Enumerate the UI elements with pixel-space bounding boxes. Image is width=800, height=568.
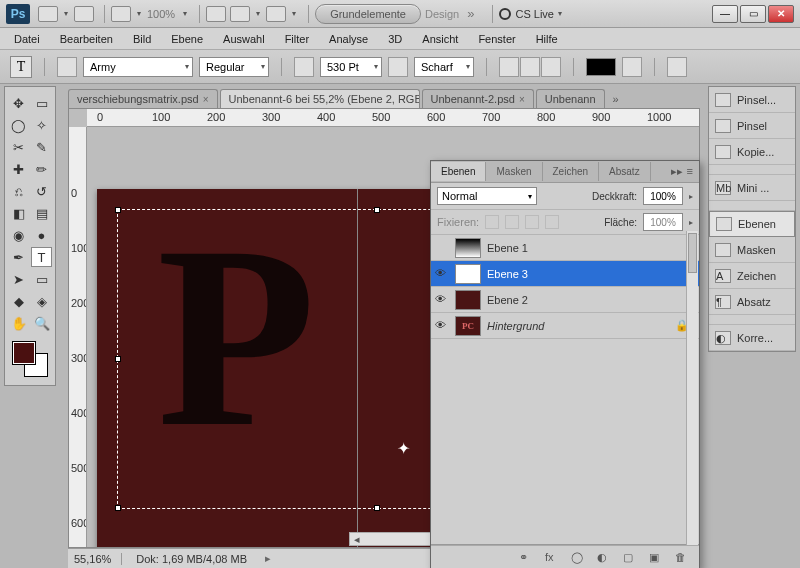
layer-row[interactable]: 👁 T Ebene 3 bbox=[431, 261, 699, 287]
layer-thumb[interactable]: T bbox=[455, 264, 481, 284]
fill-slider-icon[interactable]: ▸ bbox=[689, 218, 693, 227]
opacity-slider-icon[interactable]: ▸ bbox=[689, 192, 693, 201]
layer-row[interactable]: 👁 Ebene 2 bbox=[431, 287, 699, 313]
lasso-tool[interactable]: ◯ bbox=[8, 115, 29, 135]
font-size-input[interactable]: 530 Pt bbox=[320, 57, 382, 77]
status-menu-icon[interactable]: ▸ bbox=[265, 552, 271, 565]
layer-mask-button[interactable]: ◯ bbox=[571, 551, 587, 565]
workspace-more[interactable]: » bbox=[467, 6, 474, 21]
tab-overflow[interactable]: » bbox=[607, 90, 625, 108]
menu-3d[interactable]: 3D bbox=[378, 30, 412, 48]
pen-tool[interactable]: ✒ bbox=[8, 247, 29, 267]
character-panel-button[interactable] bbox=[667, 57, 687, 77]
panel-menu-icon[interactable]: ≡ bbox=[687, 165, 693, 178]
visibility-toggle[interactable]: 👁 bbox=[435, 293, 449, 307]
arrange-icon[interactable] bbox=[230, 6, 250, 22]
menu-filter[interactable]: Filter bbox=[275, 30, 319, 48]
layer-name[interactable]: Ebene 2 bbox=[487, 294, 528, 306]
doc-size[interactable]: Dok: 1,69 MB/4,08 MB bbox=[136, 553, 247, 565]
orientation-icon[interactable] bbox=[57, 57, 77, 77]
dock-adjustments[interactable]: ◐Korre... bbox=[709, 325, 795, 351]
mb-icon[interactable] bbox=[74, 6, 94, 22]
tab-close-icon[interactable]: × bbox=[203, 94, 209, 105]
move-tool[interactable]: ✥ bbox=[8, 93, 29, 113]
layer-row[interactable]: Ebene 1 bbox=[431, 235, 699, 261]
dock-paragraph[interactable]: ¶Absatz bbox=[709, 289, 795, 315]
layout-icon[interactable] bbox=[111, 6, 131, 22]
maximize-button[interactable]: ▭ bbox=[740, 5, 766, 23]
layers-scrollbar[interactable] bbox=[686, 231, 698, 545]
layer-thumb[interactable] bbox=[455, 290, 481, 310]
panel-tab-zeichen[interactable]: Zeichen bbox=[543, 162, 600, 181]
layer-name[interactable]: Hintergrund bbox=[487, 320, 544, 332]
align-center-button[interactable] bbox=[520, 57, 540, 77]
panel-tab-ebenen[interactable]: Ebenen bbox=[431, 162, 486, 181]
type-tool[interactable]: T bbox=[31, 247, 52, 267]
layer-thumb[interactable]: PC bbox=[455, 316, 481, 336]
zoom-tool[interactable]: 🔍 bbox=[31, 313, 52, 333]
menu-analyse[interactable]: Analyse bbox=[319, 30, 378, 48]
visibility-toggle[interactable] bbox=[435, 241, 449, 255]
new-layer-button[interactable]: ▣ bbox=[649, 551, 665, 565]
layer-thumb[interactable] bbox=[455, 238, 481, 258]
delete-layer-button[interactable]: 🗑 bbox=[675, 551, 691, 565]
lock-all-button[interactable] bbox=[545, 215, 559, 229]
blur-tool[interactable]: ◉ bbox=[8, 225, 29, 245]
lock-pixels-button[interactable] bbox=[505, 215, 519, 229]
dock-minibridge[interactable]: MbMini ... bbox=[709, 175, 795, 201]
zoom-level[interactable]: 100% bbox=[147, 8, 175, 20]
doc-tab[interactable]: Unbenannt-2.psd× bbox=[422, 89, 534, 108]
menu-ansicht[interactable]: Ansicht bbox=[412, 30, 468, 48]
panel-collapse-icon[interactable]: ▸▸ bbox=[671, 165, 683, 178]
layer-name[interactable]: Ebene 1 bbox=[487, 242, 528, 254]
dock-layers[interactable]: Ebenen bbox=[709, 211, 795, 237]
text-color-swatch[interactable] bbox=[586, 58, 616, 76]
panel-tab-masken[interactable]: Masken bbox=[486, 162, 542, 181]
tool-preset-icon[interactable]: T bbox=[10, 56, 32, 78]
dock-masks[interactable]: Masken bbox=[709, 237, 795, 263]
dock-clone[interactable]: Kopie... bbox=[709, 139, 795, 165]
history-brush-tool[interactable]: ↺ bbox=[31, 181, 52, 201]
doc-tab[interactable]: Unbenannt-6 bei 55,2% (Ebene 2, RGB/8) *… bbox=[220, 89, 420, 108]
minimize-button[interactable]: — bbox=[712, 5, 738, 23]
marquee-tool[interactable]: ▭ bbox=[31, 93, 52, 113]
path-select-tool[interactable]: ➤ bbox=[8, 269, 29, 289]
font-family-select[interactable]: Army bbox=[83, 57, 193, 77]
shape-tool[interactable]: ▭ bbox=[31, 269, 52, 289]
tab-close-icon[interactable]: × bbox=[519, 94, 525, 105]
close-button[interactable]: ✕ bbox=[768, 5, 794, 23]
font-style-select[interactable]: Regular bbox=[199, 57, 269, 77]
opacity-input[interactable]: 100% bbox=[643, 187, 683, 205]
doc-tab[interactable]: verschiebungsmatrix.psd× bbox=[68, 89, 218, 108]
lock-position-button[interactable] bbox=[525, 215, 539, 229]
stamp-tool[interactable]: ⎌ bbox=[8, 181, 29, 201]
hand-tool[interactable]: ✋ bbox=[8, 313, 29, 333]
wand-tool[interactable]: ✧ bbox=[31, 115, 52, 135]
layer-fx-button[interactable]: fx bbox=[545, 551, 561, 565]
hand-icon[interactable] bbox=[206, 6, 226, 22]
antialias-select[interactable]: Scharf bbox=[414, 57, 474, 77]
align-right-button[interactable] bbox=[541, 57, 561, 77]
color-swatches[interactable] bbox=[8, 339, 52, 379]
visibility-toggle[interactable]: 👁 bbox=[435, 267, 449, 281]
gradient-tool[interactable]: ▤ bbox=[31, 203, 52, 223]
panel-tab-absatz[interactable]: Absatz bbox=[599, 162, 651, 181]
crop-tool[interactable]: ✂ bbox=[8, 137, 29, 157]
dock-brush[interactable]: Pinsel bbox=[709, 113, 795, 139]
bridge-icon[interactable] bbox=[38, 6, 58, 22]
heal-tool[interactable]: ✚ bbox=[8, 159, 29, 179]
screen-mode-icon[interactable] bbox=[266, 6, 286, 22]
workspace-design-link[interactable]: Design bbox=[425, 8, 459, 20]
cslive-menu[interactable]: CS Live bbox=[515, 8, 554, 20]
menu-bild[interactable]: Bild bbox=[123, 30, 161, 48]
menu-auswahl[interactable]: Auswahl bbox=[213, 30, 275, 48]
group-button[interactable]: ▢ bbox=[623, 551, 639, 565]
dodge-tool[interactable]: ● bbox=[31, 225, 52, 245]
menu-ebene[interactable]: Ebene bbox=[161, 30, 213, 48]
align-left-button[interactable] bbox=[499, 57, 519, 77]
workspace-essentials-button[interactable]: Grundelemente bbox=[315, 4, 421, 24]
menu-hilfe[interactable]: Hilfe bbox=[526, 30, 568, 48]
dock-character[interactable]: AZeichen bbox=[709, 263, 795, 289]
lock-transparent-button[interactable] bbox=[485, 215, 499, 229]
blend-mode-select[interactable]: Normal bbox=[437, 187, 537, 205]
